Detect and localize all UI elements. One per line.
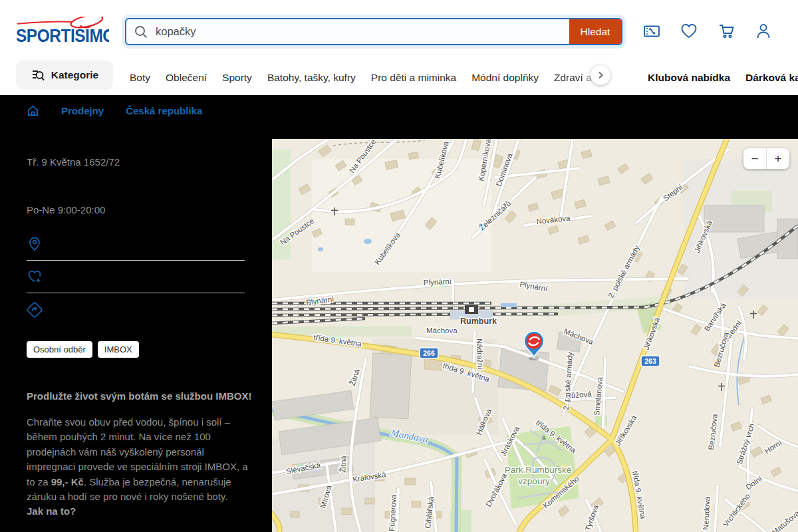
main-nav: Kategorie Boty Oblečení Sporty Batohy, t… (0, 60, 798, 95)
imbox-price: 99,- Kč (51, 476, 84, 487)
park-label: vzpoury (518, 476, 550, 486)
search-bar: Hledat (125, 18, 622, 45)
categories-button[interactable]: Kategorie (16, 61, 113, 90)
imbox-cta: Jak na to? (27, 505, 76, 517)
logo-text: SPORTISIMO (16, 25, 109, 45)
route-shield-266: 266 (420, 348, 438, 358)
nav-item-obleceni[interactable]: Oblečení (166, 72, 207, 84)
divider (27, 293, 245, 293)
account-icon[interactable] (754, 22, 773, 41)
store-address: Tř. 9 Května 1652/72 (27, 156, 120, 168)
breadcrumb: Prodejny Česká republika (27, 104, 202, 117)
search-icon (126, 19, 156, 44)
nav-item-doplnky[interactable]: Módní doplňky (471, 72, 539, 84)
divider (27, 260, 245, 261)
map-zoom-control: − + (743, 148, 789, 169)
map-canvas: Na Poustce Na Poustce Kubelíkova Kubelík… (272, 139, 798, 532)
breadcrumb-prodejny[interactable]: Prodejny (61, 105, 104, 116)
home-icon[interactable] (27, 104, 39, 117)
route-shield-263: 263 (641, 356, 660, 366)
station-label: Rumburk (460, 317, 497, 326)
directions-icon[interactable] (27, 302, 43, 318)
category-search-icon (31, 68, 45, 82)
park-label: Park Rumburské (505, 465, 572, 475)
imbox-heading: Prodlužte život svým botám se službou IM… (27, 390, 253, 402)
header: SPORTISIMO Hledat (0, 0, 798, 60)
svg-text:263: 263 (644, 357, 656, 365)
pond (364, 239, 372, 244)
store-map[interactable]: Na Poustce Na Poustce Kubelíkova Kubelík… (272, 139, 798, 532)
svg-text:266: 266 (423, 349, 435, 357)
store-hours: Po-Ne 9:00-20:00 (27, 204, 105, 215)
nav-item-deti[interactable]: Pro děti a miminka (371, 72, 456, 84)
breadcrumb-ceska-republika[interactable]: Česká republika (126, 105, 202, 116)
nav-item-batohy[interactable]: Batohy, tašky, kufry (267, 72, 356, 84)
search-input[interactable] (156, 19, 569, 44)
svg-text:Máchova: Máchova (426, 327, 458, 334)
nav-items: Boty Oblečení Sporty Batohy, tašky, kufr… (130, 60, 798, 95)
nav-item-sporty[interactable]: Sporty (222, 72, 252, 84)
voucher-icon[interactable] (642, 22, 661, 41)
chevron-right-icon (597, 71, 604, 79)
nav-item-boty[interactable]: Boty (130, 72, 150, 84)
badge-osobni-odber: Osobní odběr (27, 341, 92, 358)
wishlist-heart-icon[interactable] (680, 22, 698, 41)
cart-icon[interactable] (717, 22, 735, 41)
zoom-in-button[interactable]: + (767, 148, 789, 169)
store-detail-page: Prodejny Česká republika Tř. 9 Května 16… (0, 95, 798, 532)
train-station-icon (465, 305, 478, 314)
search-button[interactable]: Hledat (569, 19, 621, 44)
svg-text:Nádražní: Nádražní (475, 338, 485, 370)
store-badges: Osobní odběr IMBOX (27, 341, 139, 358)
sportisimo-logo[interactable]: SPORTISIMO (16, 17, 109, 45)
svg-text:Plynární: Plynární (423, 277, 452, 287)
svg-text:Žitná: Žitná (338, 455, 348, 473)
nav-scroll-right-button[interactable] (591, 65, 610, 85)
nav-item-darkova-karta[interactable]: Dárková karta (745, 72, 798, 84)
badge-imbox: IMBOX (98, 341, 139, 358)
zoom-out-button[interactable]: − (743, 148, 766, 169)
add-favorite-store-icon[interactable] (27, 269, 43, 285)
pond (318, 247, 323, 251)
store-location-icon[interactable] (27, 236, 43, 252)
nav-item-klubova-nabidka[interactable]: Klubová nabídka (648, 72, 730, 84)
imbox-description: Chraňte svou obuv před vodou, špínou i s… (27, 415, 256, 519)
